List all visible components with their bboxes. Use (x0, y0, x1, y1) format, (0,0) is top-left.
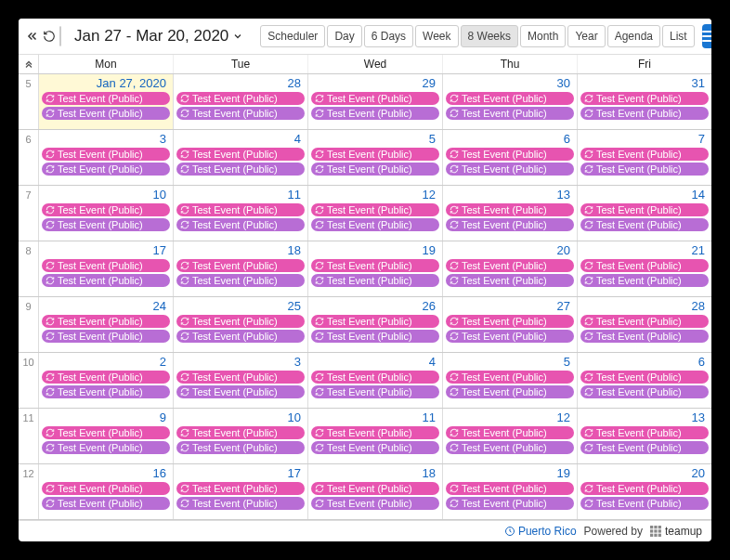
event-purple[interactable]: Test Event (Public) (311, 163, 439, 176)
event-purple[interactable]: Test Event (Public) (42, 441, 170, 454)
event-purple[interactable]: Test Event (Public) (311, 441, 439, 454)
event-purple[interactable]: Test Event (Public) (42, 385, 170, 398)
view-tab-6-days[interactable]: 6 Days (364, 25, 413, 47)
day-cell[interactable]: 19Test Event (Public)Test Event (Public) (443, 464, 578, 519)
event-pink[interactable]: Test Event (Public) (176, 259, 305, 272)
event-pink[interactable]: Test Event (Public) (42, 371, 170, 384)
day-cell[interactable]: 14Test Event (Public)Test Event (Public) (578, 186, 711, 241)
day-cell[interactable]: 6Test Event (Public)Test Event (Public) (443, 130, 578, 185)
day-cell[interactable]: 12Test Event (Public)Test Event (Public) (308, 186, 443, 241)
timezone-link[interactable]: Puerto Rico (504, 525, 577, 538)
event-pink[interactable]: Test Event (Public) (176, 148, 305, 161)
event-purple[interactable]: Test Event (Public) (446, 274, 574, 287)
event-purple[interactable]: Test Event (Public) (580, 274, 709, 287)
day-cell[interactable]: 4Test Event (Public)Test Event (Public) (308, 353, 443, 408)
day-cell[interactable]: 18Test Event (Public)Test Event (Public) (174, 241, 308, 296)
view-tab-list[interactable]: List (662, 25, 695, 47)
event-purple[interactable]: Test Event (Public) (176, 163, 305, 176)
day-cell[interactable]: 17Test Event (Public)Test Event (Public) (174, 464, 308, 519)
day-cell[interactable]: 2Test Event (Public)Test Event (Public) (39, 353, 174, 408)
event-purple[interactable]: Test Event (Public) (446, 107, 574, 120)
event-pink[interactable]: Test Event (Public) (311, 315, 439, 328)
event-pink[interactable]: Test Event (Public) (176, 92, 305, 105)
event-pink[interactable]: Test Event (Public) (580, 482, 709, 495)
event-pink[interactable]: Test Event (Public) (580, 92, 709, 105)
event-purple[interactable]: Test Event (Public) (176, 274, 305, 287)
day-cell[interactable]: 24Test Event (Public)Test Event (Public) (39, 297, 174, 352)
event-purple[interactable]: Test Event (Public) (311, 107, 439, 120)
event-pink[interactable]: Test Event (Public) (446, 92, 574, 105)
day-cell[interactable]: 6Test Event (Public)Test Event (Public) (578, 353, 711, 408)
day-cell[interactable]: 25Test Event (Public)Test Event (Public) (174, 297, 308, 352)
event-pink[interactable]: Test Event (Public) (42, 426, 170, 439)
collapse-button[interactable] (26, 25, 39, 47)
day-cell[interactable]: 12Test Event (Public)Test Event (Public) (443, 409, 578, 463)
day-cell[interactable]: 20Test Event (Public)Test Event (Public) (578, 464, 711, 519)
event-purple[interactable]: Test Event (Public) (176, 218, 305, 231)
event-pink[interactable]: Test Event (Public) (311, 259, 439, 272)
day-cell[interactable]: Jan 27, 2020Test Event (Public)Test Even… (39, 74, 174, 129)
event-pink[interactable]: Test Event (Public) (580, 203, 709, 216)
event-pink[interactable]: Test Event (Public) (176, 426, 305, 439)
day-cell[interactable]: 10Test Event (Public)Test Event (Public) (174, 409, 308, 463)
day-cell[interactable]: 10Test Event (Public)Test Event (Public) (39, 186, 174, 241)
day-cell[interactable]: 17Test Event (Public)Test Event (Public) (39, 241, 174, 296)
event-purple[interactable]: Test Event (Public) (446, 330, 574, 343)
event-purple[interactable]: Test Event (Public) (446, 163, 574, 176)
day-cell[interactable]: 4Test Event (Public)Test Event (Public) (174, 130, 308, 185)
event-pink[interactable]: Test Event (Public) (446, 482, 574, 495)
date-range-label[interactable]: Jan 27 - Mar 20, 2020 (65, 27, 253, 46)
event-purple[interactable]: Test Event (Public) (580, 385, 709, 398)
menu-button[interactable] (702, 24, 711, 48)
event-pink[interactable]: Test Event (Public) (446, 148, 574, 161)
event-purple[interactable]: Test Event (Public) (446, 218, 574, 231)
day-cell[interactable]: 13Test Event (Public)Test Event (Public) (578, 409, 711, 463)
event-purple[interactable]: Test Event (Public) (311, 497, 439, 510)
event-pink[interactable]: Test Event (Public) (176, 315, 305, 328)
day-cell[interactable]: 29Test Event (Public)Test Event (Public) (308, 74, 443, 129)
day-cell[interactable]: 28Test Event (Public)Test Event (Public) (174, 74, 308, 129)
day-cell[interactable]: 31Test Event (Public)Test Event (Public) (578, 74, 711, 129)
event-pink[interactable]: Test Event (Public) (446, 426, 574, 439)
event-purple[interactable]: Test Event (Public) (311, 274, 439, 287)
event-pink[interactable]: Test Event (Public) (42, 315, 170, 328)
event-pink[interactable]: Test Event (Public) (311, 92, 439, 105)
event-purple[interactable]: Test Event (Public) (580, 497, 709, 510)
event-pink[interactable]: Test Event (Public) (42, 259, 170, 272)
day-cell[interactable]: 5Test Event (Public)Test Event (Public) (443, 353, 578, 408)
day-cell[interactable]: 13Test Event (Public)Test Event (Public) (443, 186, 578, 241)
event-pink[interactable]: Test Event (Public) (311, 148, 439, 161)
day-cell[interactable]: 11Test Event (Public)Test Event (Public) (174, 186, 308, 241)
event-purple[interactable]: Test Event (Public) (580, 330, 709, 343)
prev-button[interactable] (60, 29, 61, 44)
event-purple[interactable]: Test Event (Public) (446, 385, 574, 398)
day-cell[interactable]: 5Test Event (Public)Test Event (Public) (308, 130, 443, 185)
event-pink[interactable]: Test Event (Public) (580, 148, 709, 161)
day-cell[interactable]: 27Test Event (Public)Test Event (Public) (443, 297, 578, 352)
event-pink[interactable]: Test Event (Public) (176, 371, 305, 384)
event-purple[interactable]: Test Event (Public) (176, 497, 305, 510)
view-tab-month[interactable]: Month (520, 25, 566, 47)
event-pink[interactable]: Test Event (Public) (311, 482, 439, 495)
day-cell[interactable]: 16Test Event (Public)Test Event (Public) (39, 464, 174, 519)
day-cell[interactable]: 7Test Event (Public)Test Event (Public) (578, 130, 711, 185)
event-purple[interactable]: Test Event (Public) (311, 385, 439, 398)
day-cell[interactable]: 3Test Event (Public)Test Event (Public) (39, 130, 174, 185)
event-purple[interactable]: Test Event (Public) (311, 330, 439, 343)
event-purple[interactable]: Test Event (Public) (42, 107, 170, 120)
event-pink[interactable]: Test Event (Public) (311, 426, 439, 439)
event-pink[interactable]: Test Event (Public) (580, 426, 709, 439)
event-pink[interactable]: Test Event (Public) (580, 259, 709, 272)
event-pink[interactable]: Test Event (Public) (311, 371, 439, 384)
event-purple[interactable]: Test Event (Public) (446, 441, 574, 454)
event-pink[interactable]: Test Event (Public) (42, 203, 170, 216)
event-pink[interactable]: Test Event (Public) (176, 203, 305, 216)
view-tab-year[interactable]: Year (567, 25, 605, 47)
event-purple[interactable]: Test Event (Public) (580, 163, 709, 176)
day-cell[interactable]: 30Test Event (Public)Test Event (Public) (443, 74, 578, 129)
view-tab-8-weeks[interactable]: 8 Weeks (461, 25, 518, 47)
event-purple[interactable]: Test Event (Public) (42, 274, 170, 287)
day-cell[interactable]: 9Test Event (Public)Test Event (Public) (39, 409, 174, 463)
event-purple[interactable]: Test Event (Public) (42, 163, 170, 176)
event-purple[interactable]: Test Event (Public) (176, 107, 305, 120)
